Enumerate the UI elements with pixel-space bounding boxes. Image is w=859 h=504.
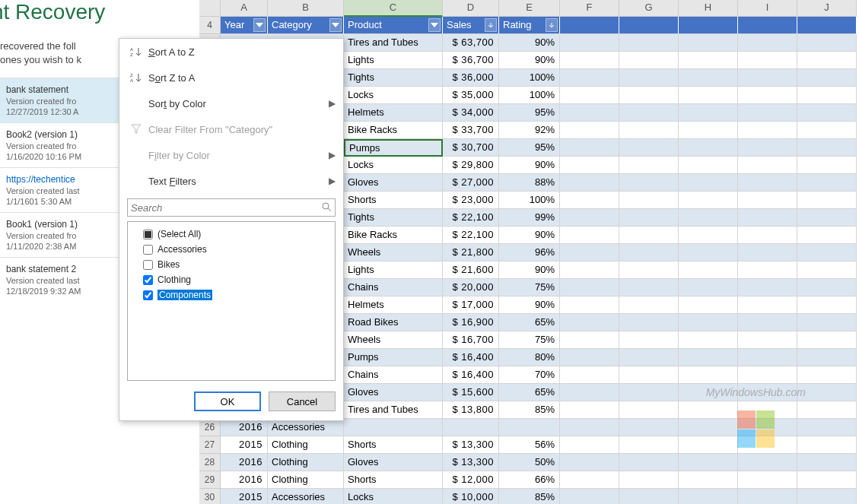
cell[interactable]: [560, 401, 619, 419]
cell-sales[interactable]: $ 15,600: [443, 384, 499, 401]
cell-product[interactable]: Lights: [344, 262, 443, 279]
cell[interactable]: [679, 244, 738, 262]
cell[interactable]: [797, 366, 857, 384]
cell-rating[interactable]: 85%: [499, 489, 560, 504]
cell[interactable]: [797, 262, 857, 279]
cell-rating[interactable]: 95%: [499, 139, 560, 157]
filter-dropdown-icon[interactable]: [253, 18, 266, 32]
cell-product[interactable]: Tights: [344, 209, 443, 227]
row-header[interactable]: 30: [199, 489, 221, 504]
cell[interactable]: [619, 331, 679, 349]
cell-sales[interactable]: $ 10,000: [443, 489, 499, 504]
cell[interactable]: [738, 349, 797, 366]
recovery-item[interactable]: Book1 (version 1) Version created fro 1/…: [0, 212, 119, 257]
cell-rating[interactable]: 90%: [499, 157, 560, 174]
cell-product[interactable]: Helmets: [344, 296, 443, 314]
cell[interactable]: [619, 227, 679, 244]
header-sales[interactable]: Sales: [443, 17, 499, 34]
cell-year[interactable]: 2016: [221, 454, 268, 471]
cell-sales[interactable]: $ 13,800: [443, 401, 499, 419]
cell[interactable]: [797, 279, 857, 296]
cell-sales[interactable]: $ 36,000: [443, 69, 499, 87]
filter-checkbox[interactable]: [143, 230, 153, 239]
cell[interactable]: [619, 401, 679, 419]
header-year[interactable]: Year: [221, 17, 268, 34]
recovery-item[interactable]: bank statement Version created fro 12/27…: [0, 78, 119, 122]
cell[interactable]: [560, 209, 619, 227]
filter-dropdown-icon[interactable]: [329, 18, 342, 32]
cell[interactable]: [679, 331, 738, 349]
cell-product[interactable]: Shorts: [344, 192, 443, 209]
cell[interactable]: [619, 262, 679, 279]
cell-rating[interactable]: 99%: [499, 209, 560, 227]
cell-category[interactable]: Clothing: [268, 471, 344, 489]
cancel-button[interactable]: Cancel: [269, 391, 336, 411]
cell[interactable]: [797, 244, 857, 262]
cell[interactable]: [797, 122, 857, 139]
cell-rating[interactable]: [499, 419, 560, 436]
cell[interactable]: [797, 87, 857, 104]
cell[interactable]: [560, 244, 619, 262]
cell-rating[interactable]: 95%: [499, 104, 560, 122]
cell-year[interactable]: 2015: [221, 436, 268, 454]
cell-rating[interactable]: 80%: [499, 349, 560, 366]
row-header[interactable]: 27: [199, 436, 221, 454]
cell[interactable]: [797, 34, 857, 52]
cell[interactable]: [797, 139, 857, 157]
recovery-item[interactable]: Book2 (version 1) Version created fro 1/…: [0, 122, 119, 167]
col-header-F[interactable]: F: [560, 0, 619, 17]
cell-product[interactable]: Gloves: [344, 174, 443, 192]
row-header[interactable]: 26: [199, 419, 221, 436]
cell[interactable]: [679, 349, 738, 366]
cell[interactable]: [679, 471, 738, 489]
cell[interactable]: [738, 227, 797, 244]
cell-sales[interactable]: $ 22,100: [443, 209, 499, 227]
cell[interactable]: [797, 157, 857, 174]
recovery-item[interactable]: bank statement 2 Version created last 12…: [0, 257, 119, 302]
col-header-E[interactable]: E: [499, 0, 560, 17]
cell[interactable]: [797, 209, 857, 227]
cell[interactable]: [797, 174, 857, 192]
cell-rating[interactable]: 70%: [499, 366, 560, 384]
filter-value-item[interactable]: Accessories: [132, 242, 330, 257]
cell-sales[interactable]: $ 22,100: [443, 227, 499, 244]
cell[interactable]: [619, 296, 679, 314]
cell-sales[interactable]: $ 23,000: [443, 192, 499, 209]
cell[interactable]: [738, 122, 797, 139]
header-product[interactable]: Product: [344, 17, 443, 34]
cell[interactable]: [797, 52, 857, 69]
cell[interactable]: [738, 34, 797, 52]
cell[interactable]: [619, 454, 679, 471]
cell[interactable]: [797, 454, 857, 471]
filter-checkbox[interactable]: [143, 290, 153, 300]
cell-product[interactable]: Gloves: [344, 384, 443, 401]
col-header-G[interactable]: G: [619, 0, 679, 17]
filter-value-item[interactable]: Bikes: [132, 257, 330, 272]
header-category[interactable]: Category: [268, 17, 344, 34]
sort-a-to-z[interactable]: AZ Sort A to Z: [119, 39, 343, 65]
cell[interactable]: [560, 454, 619, 471]
cell[interactable]: [619, 244, 679, 262]
cell-rating[interactable]: 90%: [499, 34, 560, 52]
text-filters[interactable]: Text Filters ▶: [119, 168, 343, 194]
cell[interactable]: [619, 471, 679, 489]
cell-rating[interactable]: 66%: [499, 471, 560, 489]
cell[interactable]: [560, 384, 619, 401]
cell[interactable]: [797, 471, 857, 489]
sort-by-color[interactable]: Sort by Color ▶: [119, 90, 343, 116]
filter-values-list[interactable]: (Select All)AccessoriesBikesClothingComp…: [127, 221, 336, 381]
cell[interactable]: [679, 314, 738, 331]
cell[interactable]: [738, 489, 797, 504]
cell[interactable]: [619, 209, 679, 227]
cell-sales[interactable]: $ 63,700: [443, 34, 499, 52]
cell[interactable]: [619, 139, 679, 157]
cell[interactable]: [679, 454, 738, 471]
cell-rating[interactable]: 88%: [499, 174, 560, 192]
cell[interactable]: [560, 17, 619, 34]
cell[interactable]: [619, 279, 679, 296]
cell[interactable]: [738, 471, 797, 489]
filter-search-input[interactable]: [131, 202, 321, 214]
cell-product[interactable]: Tires and Tubes: [344, 401, 443, 419]
col-header-I[interactable]: I: [738, 0, 797, 17]
cell[interactable]: [560, 52, 619, 69]
